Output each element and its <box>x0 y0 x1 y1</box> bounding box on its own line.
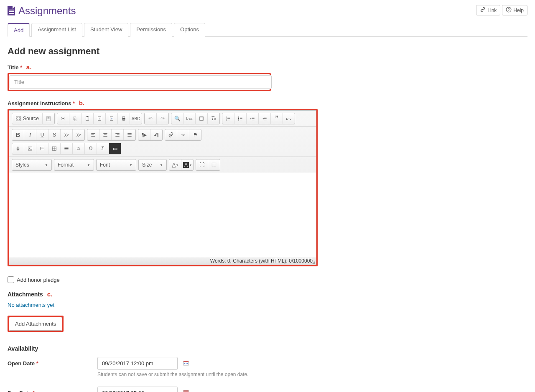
editor-highlight: Source ✂ T W ABC ↶ ↷ 🔍 b↕a Tx <box>8 109 318 266</box>
align-right-button[interactable] <box>112 129 124 140</box>
honor-pledge-checkbox[interactable] <box>8 276 14 283</box>
spellcheck-button[interactable]: ABC <box>130 113 142 124</box>
annotation-b: b. <box>79 99 84 106</box>
open-date-label: Open Date <box>8 360 35 367</box>
image-button[interactable] <box>24 143 36 154</box>
tab-permissions[interactable]: Permissions <box>130 23 172 37</box>
iframe-button[interactable]: ▭ <box>109 143 121 154</box>
svg-marker-37 <box>262 118 263 119</box>
underline-button[interactable]: U <box>36 129 48 140</box>
bullet-list-button[interactable] <box>234 113 247 124</box>
svg-marker-33 <box>250 118 251 119</box>
add-attachments-button[interactable]: Add Attachments <box>9 317 62 331</box>
table-button[interactable] <box>48 143 61 154</box>
indent-button[interactable] <box>259 113 271 124</box>
svg-rect-53 <box>40 147 44 150</box>
templates-button[interactable] <box>43 113 54 124</box>
div-button[interactable]: DIV <box>283 113 295 124</box>
align-justify-button[interactable] <box>124 129 135 140</box>
page-title: Assignments <box>18 5 76 17</box>
paste-word-button[interactable]: W <box>106 113 118 124</box>
movie-button[interactable] <box>36 143 48 154</box>
tab-student-view[interactable]: Student View <box>84 23 128 37</box>
help-button[interactable]: ? Help <box>502 5 527 15</box>
outdent-button[interactable] <box>247 113 259 124</box>
numbered-list-button[interactable]: 123 <box>222 113 234 124</box>
copy-button[interactable] <box>69 113 82 124</box>
redo-button[interactable]: ↷ <box>157 113 168 124</box>
hr-button[interactable] <box>61 143 73 154</box>
unlink-button[interactable] <box>177 129 189 140</box>
undo-button[interactable]: ↶ <box>145 113 157 124</box>
due-date-label: Due Date <box>8 390 31 392</box>
showblocks-button[interactable] <box>208 159 220 170</box>
blockquote-button[interactable]: ” <box>271 113 283 124</box>
anchor-button[interactable]: ⚑ <box>189 129 201 140</box>
bg-color-button[interactable]: A▾ <box>181 159 193 170</box>
link-insert-button[interactable] <box>165 129 177 140</box>
link-label: Link <box>487 8 497 13</box>
attachments-status: No attachments yet <box>8 302 527 308</box>
title-highlight <box>8 73 271 91</box>
instructions-label-row: Assignment Instructions * b. <box>8 99 527 106</box>
text-color-button[interactable]: A▾ <box>169 159 181 170</box>
editor-status-text: Words: 0, Characters (with HTML): 0/1000… <box>210 258 313 264</box>
align-left-button[interactable] <box>87 129 99 140</box>
find-button[interactable]: 🔍 <box>171 113 183 124</box>
required-star: * <box>36 360 38 367</box>
calendar-icon[interactable] <box>183 389 189 392</box>
svg-rect-65 <box>186 363 186 364</box>
annotation-a: a. <box>26 63 32 71</box>
align-center-button[interactable] <box>99 129 112 140</box>
editor-status-bar: Words: 0, Characters (with HTML): 0/1000… <box>9 257 316 265</box>
subscript-button[interactable]: x2 <box>61 129 73 140</box>
size-dropdown[interactable]: Size▼ <box>139 159 166 170</box>
svg-rect-50 <box>18 147 18 149</box>
header-bar: Assignments Link ? Help <box>8 0 527 17</box>
svg-text:T: T <box>99 117 100 120</box>
source-button[interactable]: Source <box>12 113 43 124</box>
math-button[interactable]: Σ <box>97 143 109 154</box>
required-star: * <box>33 390 35 392</box>
rtl-button[interactable]: ◂¶ <box>150 129 162 140</box>
form-heading: Add new assignment <box>8 46 527 57</box>
print-button[interactable] <box>118 113 130 124</box>
svg-rect-6 <box>74 118 77 121</box>
record-audio-button[interactable] <box>12 143 24 154</box>
tab-add[interactable]: Add <box>8 23 30 37</box>
styles-dropdown[interactable]: Styles▼ <box>12 159 51 170</box>
editor-content[interactable] <box>9 173 316 257</box>
open-date-input[interactable] <box>97 357 178 370</box>
calendar-icon[interactable] <box>183 359 189 366</box>
format-dropdown[interactable]: Format▼ <box>54 159 94 170</box>
due-date-input[interactable] <box>97 387 178 392</box>
assignments-icon <box>8 6 15 15</box>
replace-button[interactable]: b↕a <box>183 113 196 124</box>
superscript-button[interactable]: x2 <box>73 129 84 140</box>
title-label: Title <box>8 64 19 71</box>
svg-point-24 <box>238 116 239 117</box>
removeformat-button[interactable]: Tx <box>208 113 219 124</box>
strike-button[interactable]: S <box>48 129 61 140</box>
paste-text-button[interactable]: T <box>94 113 106 124</box>
smiley-button[interactable]: ☺ <box>73 143 85 154</box>
resize-handle-icon[interactable] <box>312 261 315 264</box>
ltr-button[interactable]: ¶▸ <box>138 129 150 140</box>
open-date-cell: Students can not save or submit the assi… <box>97 357 527 377</box>
svg-rect-5 <box>74 117 76 120</box>
italic-button[interactable]: I <box>24 129 36 140</box>
title-input[interactable] <box>10 75 272 89</box>
help-icon: ? <box>506 7 512 14</box>
maximize-button[interactable]: ⛶ <box>196 159 208 170</box>
link-button[interactable]: Link <box>476 5 500 15</box>
font-dropdown[interactable]: Font▼ <box>97 159 136 170</box>
selectall-button[interactable] <box>196 113 208 124</box>
bold-button[interactable]: B <box>12 129 24 140</box>
tab-options[interactable]: Options <box>174 23 205 37</box>
svg-rect-63 <box>183 361 189 362</box>
cut-button[interactable]: ✂ <box>57 113 69 124</box>
specialchar-button[interactable]: Ω <box>85 143 97 154</box>
paste-button[interactable] <box>82 113 94 124</box>
tab-assignment-list[interactable]: Assignment List <box>31 23 82 37</box>
link-icon <box>480 7 486 14</box>
